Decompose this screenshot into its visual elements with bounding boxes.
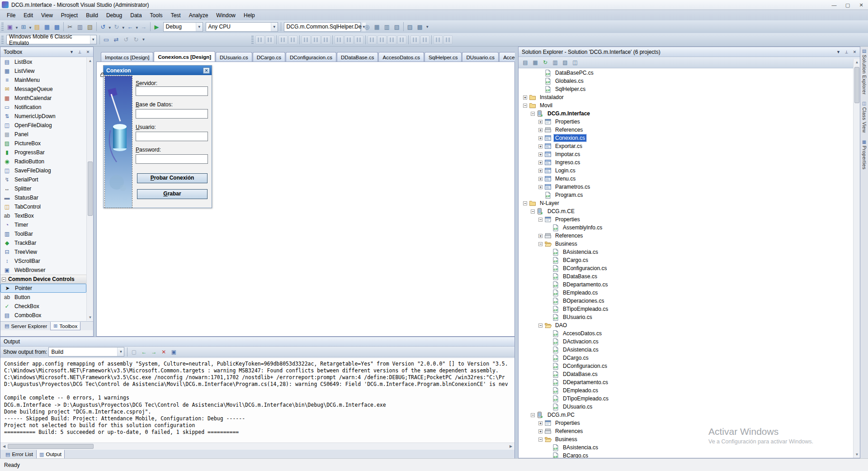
tree-item-dasistencia-cs[interactable]: DAsistencia.cs	[519, 346, 853, 354]
tree-item-dcg-m-interface[interactable]: − DCG.m.Interface	[519, 109, 853, 118]
process-combo[interactable]: DCG.m.Common.SqlHelper.De▼	[284, 22, 361, 32]
tree-item-properties[interactable]: + Properties	[519, 118, 853, 126]
scroll-down-icon[interactable]: ▼	[854, 451, 860, 458]
toolbox-item-splitter[interactable]: ↔ Splitter	[0, 184, 86, 193]
layout-tool-icon[interactable]	[335, 35, 344, 44]
toolbox-item-numericupdown[interactable]: ⇅ NumericUpDown	[0, 112, 86, 121]
tree-item-properties[interactable]: − Properties	[519, 215, 853, 224]
tree-item-instalador[interactable]: + Instalador	[519, 93, 853, 101]
form-close-icon[interactable]: ✕	[203, 67, 210, 74]
collapse-icon[interactable]: −	[531, 112, 535, 116]
expand-icon[interactable]: +	[538, 234, 542, 238]
layout-tool-icon[interactable]	[420, 35, 429, 44]
toolbox-item-tabcontrol[interactable]: ◫ TabControl	[0, 202, 86, 211]
connect-device-icon[interactable]: ⇄	[111, 35, 121, 45]
toolbox-item-mainmenu[interactable]: ≡ MainMenu	[0, 76, 86, 85]
new-project-icon[interactable]: ▣	[5, 22, 15, 32]
redo-icon[interactable]: ↻	[112, 22, 122, 32]
layout-tool-icon[interactable]	[321, 35, 330, 44]
view-class-diagram-icon[interactable]: ◫	[571, 58, 580, 67]
menu-help[interactable]: Help	[240, 11, 259, 20]
doc-tab-accesodatos-cs[interactable]: AccesoDatos.cs	[499, 52, 515, 62]
rotate-left-icon[interactable]: ↺	[121, 35, 131, 45]
toolbox-item-statusbar[interactable]: ▬ StatusBar	[0, 193, 86, 202]
output-source-combo[interactable]: Build▼	[48, 347, 124, 357]
toolbox-item-notification[interactable]: ▭ Notification	[0, 103, 86, 112]
tree-item-exportar-cs[interactable]: + Exportar.cs	[519, 142, 853, 150]
add-new-item-dropdown-icon[interactable]: ▼	[28, 26, 32, 30]
layout-tool-icon[interactable]	[377, 35, 387, 44]
tree-item-references[interactable]: + References	[519, 232, 853, 240]
solution-configurations-combo[interactable]: Debug▼	[163, 22, 203, 32]
scroll-thumb[interactable]	[88, 162, 93, 216]
toolbox-item-openfiledialog[interactable]: ◫ OpenFileDialog	[0, 121, 86, 130]
toolbox-header[interactable]: Toolbox ▼ ⊥ ✕	[0, 47, 93, 57]
toolbar-grip[interactable]	[1, 23, 4, 31]
scroll-up-icon[interactable]: ▲	[87, 57, 94, 64]
navigate-forward-icon[interactable]: →	[139, 22, 149, 32]
tree-item-ingreso-cs[interactable]: + Ingreso.cs	[519, 158, 853, 167]
menu-debug[interactable]: Debug	[102, 11, 126, 20]
maximize-button[interactable]: ▢	[841, 0, 854, 10]
open-file-icon[interactable]: ▤	[32, 22, 42, 32]
toolbox-section-common-device-controls[interactable]: − Common Device Controls	[0, 275, 86, 284]
base-de-datos-input[interactable]	[136, 109, 208, 119]
toolbox-item-trackbar[interactable]: ◆ TrackBar	[0, 238, 86, 247]
scroll-thumb[interactable]	[8, 444, 94, 449]
collapse-icon[interactable]: −	[523, 201, 527, 205]
auto-hide-pin-icon[interactable]: ⊥	[843, 48, 850, 55]
tree-item-dcargo-cs[interactable]: DCargo.cs	[519, 354, 853, 362]
tree-item-btipoempleado-cs[interactable]: BTipoEmpleado.cs	[519, 305, 853, 313]
tree-item-business[interactable]: − Business	[519, 435, 853, 443]
menu-data[interactable]: Data	[126, 11, 146, 20]
toolbox-item-checkbox[interactable]: ✓ CheckBox	[0, 302, 86, 311]
menu-project[interactable]: Project	[57, 11, 82, 20]
toolbox-item-pointer[interactable]: ➤ Pointer	[0, 284, 86, 293]
expand-icon[interactable]: +	[538, 177, 542, 181]
toggle-pane-icon[interactable]: ▣	[169, 347, 178, 357]
properties-icon[interactable]: ▤	[521, 58, 530, 67]
window-position-icon[interactable]: ▼	[835, 48, 842, 55]
layout-tool-icon[interactable]	[397, 35, 406, 44]
tree-item-bcargo-cs[interactable]: BCargo.cs	[519, 452, 853, 458]
menu-view[interactable]: View	[37, 11, 57, 20]
toolbox-item-radiobutton[interactable]: ◉ RadioButton	[0, 157, 86, 166]
auto-hide-pin-icon[interactable]: ⊥	[76, 48, 83, 55]
close-icon[interactable]: ✕	[851, 48, 858, 55]
autohide-tab-properties[interactable]: ▦ Properties	[862, 139, 867, 170]
toolbox-item-serialport[interactable]: ↯ SerialPort	[0, 175, 86, 184]
cut-icon[interactable]: ✂	[65, 22, 75, 32]
grabar-button[interactable]: Grabar	[137, 189, 208, 199]
tree-item-bempleado-cs[interactable]: BEmpleado.cs	[519, 289, 853, 297]
toolbox-item-savefiledialog[interactable]: ◫ SaveFileDialog	[0, 166, 86, 175]
collapse-icon[interactable]: −	[538, 242, 542, 246]
layout-tool-icon[interactable]	[265, 35, 274, 44]
toolbox-item-progressbar[interactable]: ▮ ProgressBar	[0, 148, 86, 157]
tree-item-conexion-cs[interactable]: + Conexion.cs	[519, 134, 853, 142]
device-options-icon[interactable]: ▭	[101, 35, 111, 45]
add-new-item-icon[interactable]: ⊞	[19, 22, 28, 32]
toolbox-scrollbar[interactable]: ▲ ▼	[86, 57, 93, 321]
scroll-thumb[interactable]	[854, 67, 859, 103]
tree-item-properties[interactable]: + Properties	[519, 419, 853, 427]
layout-tool-icon[interactable]	[302, 35, 311, 44]
new-project-dropdown-icon[interactable]: ▼	[15, 26, 19, 30]
menu-test[interactable]: Test	[167, 11, 185, 20]
toolbox-item-textbox[interactable]: ab TextBox	[0, 211, 86, 220]
start-debugging-icon[interactable]: ▶	[152, 22, 162, 32]
doc-tab-conexion-cs-design[interactable]: Conexion.cs [Design]	[154, 51, 215, 62]
tree-item-databasepc-cs[interactable]: DataBasePC.cs	[519, 69, 853, 77]
tree-item-references[interactable]: + References	[519, 126, 853, 134]
close-icon[interactable]: ✕	[85, 48, 91, 55]
layout-tool-icon[interactable]	[434, 35, 443, 44]
solution-explorer-scrollbar[interactable]: ▲ ▼	[853, 59, 860, 458]
tree-item-boperaciones-cs[interactable]: BOperaciones.cs	[519, 297, 853, 305]
probar-conexion-button[interactable]: Probar Conexión	[137, 173, 208, 183]
view-designer-icon[interactable]: ▧	[561, 58, 570, 67]
expand-icon[interactable]: +	[538, 152, 542, 157]
command-window-icon[interactable]: ▧	[392, 22, 402, 32]
show-all-files-icon[interactable]: ▦	[531, 58, 540, 67]
tree-item-busuario-cs[interactable]: BUsuario.cs	[519, 313, 853, 321]
menu-edit[interactable]: Edit	[19, 11, 37, 20]
toolbox-item-timer[interactable]: ◔ Timer	[0, 220, 86, 229]
